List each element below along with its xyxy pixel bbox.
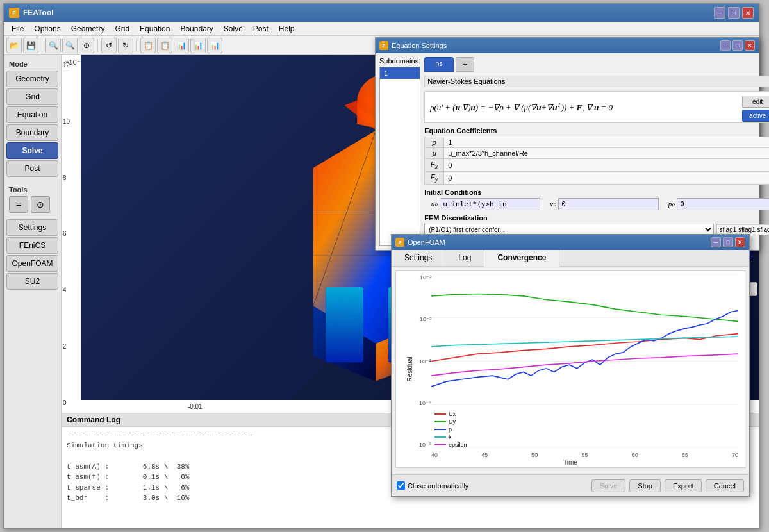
toolbar-undo[interactable]: ↺: [101, 38, 117, 53]
toolbar-sep-2: [97, 39, 98, 52]
sidebar-btn-su2[interactable]: SU2: [6, 273, 58, 290]
tools-icons: = ⊙: [6, 195, 58, 214]
legend-p-label: p: [449, 426, 452, 433]
toolbar-plot4[interactable]: 📊: [190, 38, 206, 53]
toolbar-open[interactable]: 📂: [6, 38, 22, 53]
toolbar-plot1[interactable]: 📋: [140, 38, 156, 53]
of-cancel-btn[interactable]: Cancel: [706, 479, 744, 492]
of-tab-convergence[interactable]: Convergence: [484, 250, 559, 267]
close-auto-checkbox-label[interactable]: Close automatically: [397, 481, 588, 490]
sidebar-btn-post[interactable]: Post: [6, 160, 58, 177]
eq-active-btn[interactable]: active: [742, 110, 769, 122]
sidebar: Mode Geometry Grid Equation Boundary Sol…: [4, 55, 62, 528]
eq-dialog-close[interactable]: ✕: [745, 40, 755, 51]
eq-edit-btn[interactable]: edit: [742, 96, 769, 108]
eq-coeff-title: Equation Coefficients: [424, 127, 769, 135]
coeff-label-fy: Fy: [425, 172, 444, 185]
legend-k-line: [434, 436, 446, 438]
chart-legend: Ux Uy p k epsilon: [434, 411, 467, 448]
of-minimize[interactable]: ─: [711, 237, 721, 247]
x-axis-ticks: 40 45 50 55 60 65 70: [431, 452, 738, 458]
ic-p0-input[interactable]: [677, 198, 769, 210]
coeff-row-fy: Fy 0: [425, 172, 769, 185]
menu-geometry[interactable]: Geometry: [66, 23, 110, 35]
equation-dialog-title: Equation Settings: [392, 42, 720, 49]
ic-v0-input[interactable]: [558, 198, 659, 210]
sidebar-btn-grid[interactable]: Grid: [6, 88, 58, 105]
of-tabs: Settings Log Convergence: [392, 250, 749, 267]
sidebar-btn-equation[interactable]: Equation: [6, 106, 58, 123]
toolbar-plot2[interactable]: 📋: [157, 38, 172, 53]
openfoam-dialog: F OpenFOAM ─ □ ✕ Settings Log Convergenc…: [391, 234, 750, 497]
coeff-label-fx: Fx: [425, 159, 444, 172]
menu-help[interactable]: Help: [274, 23, 300, 35]
eq-tab-add[interactable]: +: [456, 57, 475, 72]
toolbar-fit[interactable]: ⊕: [79, 38, 94, 53]
of-solve-btn[interactable]: Solve: [591, 479, 626, 492]
of-tab-log[interactable]: Log: [445, 250, 484, 266]
sidebar-btn-boundary[interactable]: Boundary: [6, 124, 58, 141]
of-export-btn[interactable]: Export: [665, 479, 702, 492]
coeff-row-rho: ρ 1: [425, 137, 769, 148]
openfoam-controls: ─ □ ✕: [711, 237, 745, 247]
close-auto-checkbox[interactable]: [397, 481, 405, 490]
coeff-label-mu: μ: [425, 148, 444, 159]
eq-coefficients: Equation Coefficients ρ 1 μ u_max*2/3*h_…: [424, 127, 769, 185]
toolbar-zoom-in[interactable]: 🔍: [45, 38, 61, 53]
tool-circle[interactable]: ⊙: [31, 196, 50, 213]
eq-tab-ns[interactable]: ns: [424, 57, 454, 72]
coeff-value-mu[interactable]: u_max*2/3*h_channel/Re: [444, 148, 769, 159]
coeff-value-fx[interactable]: 0: [444, 159, 769, 172]
toolbar-zoom-out[interactable]: 🔍: [62, 38, 78, 53]
subdomain-item-1[interactable]: 1: [380, 67, 420, 79]
sidebar-btn-geometry[interactable]: Geometry: [6, 71, 58, 87]
of-tab-settings[interactable]: Settings: [392, 250, 445, 266]
coeff-row-mu: μ u_max*2/3*h_channel/Re: [425, 148, 769, 159]
eq-formula: ρ(u' + (u·∇)u) = −∇p + ∇·(μ(∇u+∇uT)) + F…: [430, 99, 613, 115]
tool-equals[interactable]: =: [9, 196, 28, 213]
menu-solve[interactable]: Solve: [219, 23, 248, 35]
maximize-button[interactable]: □: [728, 7, 740, 19]
openfoam-icon: F: [395, 238, 404, 247]
coeff-value-fy[interactable]: 0: [444, 172, 769, 185]
ic-u0-label: u₀: [424, 200, 437, 208]
menu-boundary[interactable]: Boundary: [175, 23, 218, 35]
coeff-value-rho[interactable]: 1: [444, 137, 769, 148]
menu-grid[interactable]: Grid: [110, 23, 135, 35]
menu-post[interactable]: Post: [248, 23, 274, 35]
eq-dialog-minimize[interactable]: ─: [720, 40, 731, 51]
legend-uy: Uy: [434, 419, 467, 425]
sidebar-btn-settings[interactable]: Settings: [6, 219, 58, 236]
sidebar-btn-openfoam[interactable]: OpenFOAM: [6, 255, 58, 272]
app-title: FEATool: [23, 8, 714, 17]
title-bar-controls: ─ □ ✕: [714, 7, 754, 19]
subdomains-label: Subdomains:: [379, 57, 420, 65]
eq-formula-box: ρ(u' + (u·∇)u) = −∇p + ∇·(μ(∇u+∇uT)) + F…: [424, 91, 769, 123]
close-button[interactable]: ✕: [742, 7, 754, 19]
menu-equation[interactable]: Equation: [135, 23, 175, 35]
subdomains-panel: Subdomains: 1: [379, 57, 420, 246]
sidebar-btn-solve[interactable]: Solve: [6, 142, 58, 159]
sidebar-btn-fenics[interactable]: FEniCS: [6, 237, 58, 254]
eq-dialog-maximize[interactable]: □: [732, 40, 743, 51]
of-stop-btn[interactable]: Stop: [629, 479, 661, 492]
tools-section: Tools = ⊙: [6, 183, 58, 214]
openfoam-title: OpenFOAM: [408, 238, 711, 246]
of-maximize[interactable]: □: [723, 237, 733, 247]
menu-file[interactable]: File: [6, 23, 29, 35]
legend-epsilon: epsilon: [434, 442, 467, 448]
toolbar-plot5[interactable]: 📊: [207, 38, 222, 53]
toolbar-sep-1: [42, 39, 42, 52]
toolbar-save[interactable]: 💾: [23, 38, 38, 53]
ic-p0-label: p₀: [661, 200, 674, 208]
menu-options[interactable]: Options: [29, 23, 65, 35]
title-bar: F FEATool ─ □ ✕: [4, 4, 759, 22]
chart-x-label: Time: [563, 459, 577, 466]
of-close[interactable]: ✕: [735, 237, 745, 247]
mode-label: Mode: [6, 58, 58, 69]
toolbar-plot3[interactable]: 📊: [174, 38, 189, 53]
minimize-button[interactable]: ─: [714, 7, 725, 19]
ic-u0-input[interactable]: [440, 198, 540, 210]
legend-k-label: k: [449, 434, 452, 440]
toolbar-redo[interactable]: ↻: [118, 38, 133, 53]
